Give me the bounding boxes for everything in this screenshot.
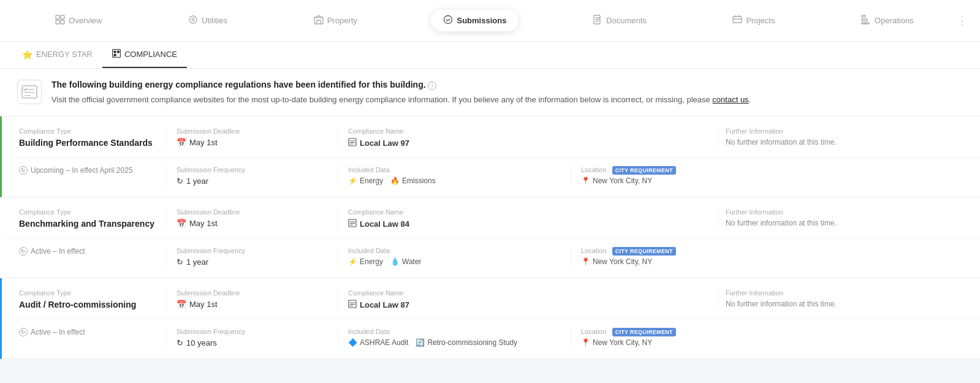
nav-label-utilities: Utilities — [202, 16, 227, 25]
loc-label-3: Location CITY REQUIREMENT — [581, 328, 718, 335]
documents-icon — [593, 15, 602, 26]
submissions-icon — [443, 15, 453, 26]
status-icon-2: ↻ — [19, 247, 28, 256]
col-type-3: Compliance Type Audit / Retro-commission… — [19, 289, 166, 309]
info-banner: The following building energy compliance… — [0, 69, 980, 116]
data-items-1: ⚡ Energy 🔥 Emissions — [348, 176, 571, 185]
energy-icon-2: ⚡ — [348, 257, 357, 266]
tab-energy-star[interactable]: ⭐ ENERGY STAR — [12, 42, 102, 68]
further-label-2: Further Information — [726, 208, 963, 216]
nav-items-list: Overview Utilities Property Submissions … — [12, 10, 957, 31]
compname-value-2: Local Law 84 — [348, 219, 563, 229]
status-icon-3: ↻ — [19, 328, 28, 336]
sub-tabs: ⭐ ENERGY STAR COMPLIANCE — [0, 42, 980, 69]
cycle-icon-1: ↻ — [177, 176, 183, 186]
freq-value-1: ↻ 1 year — [177, 176, 338, 186]
nav-more-button[interactable]: ⋮ — [957, 14, 968, 28]
nav-item-operations[interactable]: Operations — [849, 10, 926, 31]
compliance-row-1: Compliance Type Building Performance Sta… — [0, 116, 980, 197]
nav-item-projects[interactable]: Projects — [720, 10, 787, 31]
contact-us-link[interactable]: contact us — [712, 95, 748, 104]
deadline-value-1: 📅 May 1st — [177, 138, 330, 147]
svg-rect-14 — [113, 51, 116, 53]
type-label-2: Compliance Type — [19, 208, 159, 216]
water-icon-2: 💧 — [390, 257, 400, 266]
data-item-energy-2: ⚡ Energy — [348, 257, 383, 266]
loc-label-2: Location CITY REQUIREMENT — [581, 247, 718, 254]
tab-label-compliance: COMPLIANCE — [124, 50, 177, 59]
city-badge-2: CITY REQUIREMENT — [612, 247, 676, 256]
overview-icon — [55, 15, 65, 26]
col-deadline-1: Submission Deadline 📅 May 1st — [166, 127, 338, 147]
status-1: ↻ Upcoming – In effect April 2025 — [19, 166, 159, 175]
col-compname-3: Compliance Name Local Law 87 — [338, 289, 571, 310]
col-compname-2: Compliance Name Local Law 84 — [338, 208, 571, 229]
operations-icon — [861, 15, 871, 26]
type-label-3: Compliance Type — [19, 289, 159, 297]
compliance-rows: Compliance Type Building Performance Sta… — [0, 116, 980, 359]
col-type-1: Compliance Type Building Performance Sta… — [19, 127, 166, 148]
col-further-3: Further Information No further informati… — [718, 289, 963, 308]
status-2: ↻ Active – In effect — [19, 247, 159, 256]
freq-value-2: ↻ 1 year — [177, 257, 338, 267]
col-deadline-2: Submission Deadline 📅 May 1st — [166, 208, 338, 228]
banner-text: The following building energy compliance… — [51, 78, 751, 106]
utilities-icon — [188, 15, 198, 26]
banner-description: Visit the official government compliance… — [51, 95, 710, 104]
compname-label-2: Compliance Name — [348, 208, 563, 216]
compname-icon-2 — [348, 219, 357, 229]
deadline-label-1: Submission Deadline — [177, 127, 330, 135]
calendar-icon-3: 📅 — [177, 300, 186, 309]
compname-value-1: Local Law 97 — [348, 138, 563, 148]
cycle-icon-3: ↻ — [177, 338, 183, 347]
nav-label-projects: Projects — [746, 16, 775, 25]
tab-label-energy-star: ENERGY STAR — [36, 50, 93, 59]
col-location-1: Location CITY REQUIREMENT 📍 New York Cit… — [571, 166, 718, 185]
nav-item-overview[interactable]: Overview — [43, 10, 114, 31]
col-further-1: Further Information No further informati… — [718, 127, 963, 146]
top-navigation: Overview Utilities Property Submissions … — [0, 0, 980, 42]
svg-point-5 — [192, 18, 194, 21]
svg-point-4 — [189, 16, 197, 23]
col-data-1: Included Data ⚡ Energy 🔥 Emissions — [338, 166, 571, 185]
tab-compliance[interactable]: COMPLIANCE — [102, 42, 187, 68]
info-circle-icon: i — [428, 82, 436, 90]
svg-rect-3 — [61, 20, 64, 24]
cycle-icon-2: ↻ — [177, 257, 183, 267]
data-item-water-2: 💧 Water — [390, 257, 422, 266]
compname-label-1: Compliance Name — [348, 127, 563, 135]
data-label-3: Included Data — [348, 328, 571, 335]
further-label-3: Further Information — [726, 289, 963, 297]
freq-value-3: ↻ 10 years — [177, 338, 338, 347]
col-compname-1: Compliance Name Local Law 97 — [338, 127, 571, 148]
type-label-1: Compliance Type — [19, 127, 159, 135]
location-value-3: 📍 New York City, NY — [581, 338, 718, 347]
calendar-icon-2: 📅 — [177, 219, 186, 228]
nav-label-property: Property — [327, 16, 357, 25]
nav-item-property[interactable]: Property — [302, 10, 370, 31]
location-value-1: 📍 New York City, NY — [581, 176, 718, 185]
further-label-1: Further Information — [726, 127, 963, 135]
pin-icon-1: 📍 — [581, 176, 590, 185]
type-value-3: Audit / Retro-commissioning — [19, 300, 159, 309]
nav-item-utilities[interactable]: Utilities — [176, 10, 240, 31]
type-value-2: Benchmarking and Transparency — [19, 219, 159, 229]
data-item-audit-3: 🔷 ASHRAE Audit — [348, 338, 408, 347]
col-type-2: Compliance Type Benchmarking and Transpa… — [19, 208, 166, 229]
deadline-label-3: Submission Deadline — [177, 289, 330, 297]
status-icon-1: ↻ — [19, 166, 28, 175]
compname-value-3: Local Law 87 — [348, 300, 563, 310]
col-data-3: Included Data 🔷 ASHRAE Audit 🔄 Retro-com… — [338, 328, 571, 347]
compliance-row-3: Compliance Type Audit / Retro-commission… — [0, 278, 980, 359]
nav-label-overview: Overview — [69, 16, 102, 25]
nav-item-submissions[interactable]: Submissions — [431, 10, 518, 31]
compname-label-3: Compliance Name — [348, 289, 563, 297]
pin-icon-3: 📍 — [581, 338, 590, 347]
property-icon — [314, 15, 324, 26]
col-location-3: Location CITY REQUIREMENT 📍 New York Cit… — [571, 328, 718, 347]
freq-label-2: Submission Frequency — [177, 247, 338, 254]
svg-rect-9 — [733, 17, 742, 23]
deadline-label-2: Submission Deadline — [177, 208, 330, 216]
svg-rect-17 — [22, 86, 37, 98]
nav-item-documents[interactable]: Documents — [580, 10, 659, 31]
